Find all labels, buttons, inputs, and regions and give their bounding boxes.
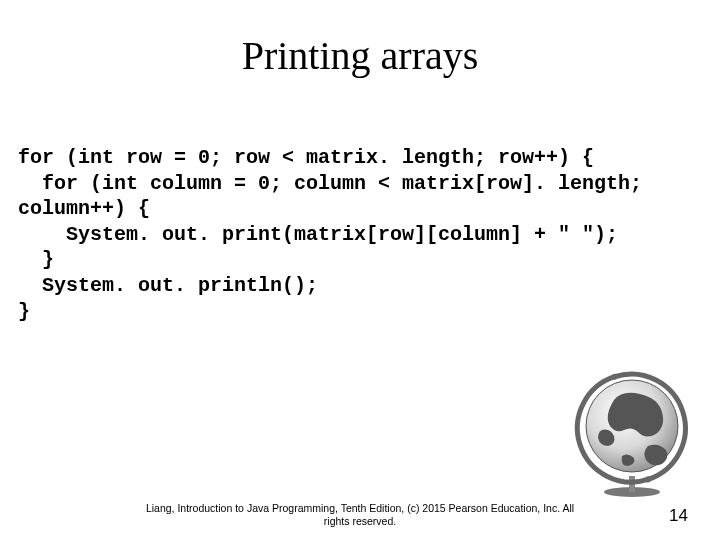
footer-line-2: rights reserved.	[0, 515, 720, 528]
globe-icon	[562, 360, 702, 500]
slide-title: Printing arrays	[0, 32, 720, 79]
footer-line-1: Liang, Introduction to Java Programming,…	[0, 502, 720, 515]
footer-credit: Liang, Introduction to Java Programming,…	[0, 502, 720, 528]
page-number: 14	[669, 506, 688, 526]
slide: Printing arrays for (int row = 0; row < …	[0, 0, 720, 540]
code-block: for (int row = 0; row < matrix. length; …	[18, 145, 702, 324]
